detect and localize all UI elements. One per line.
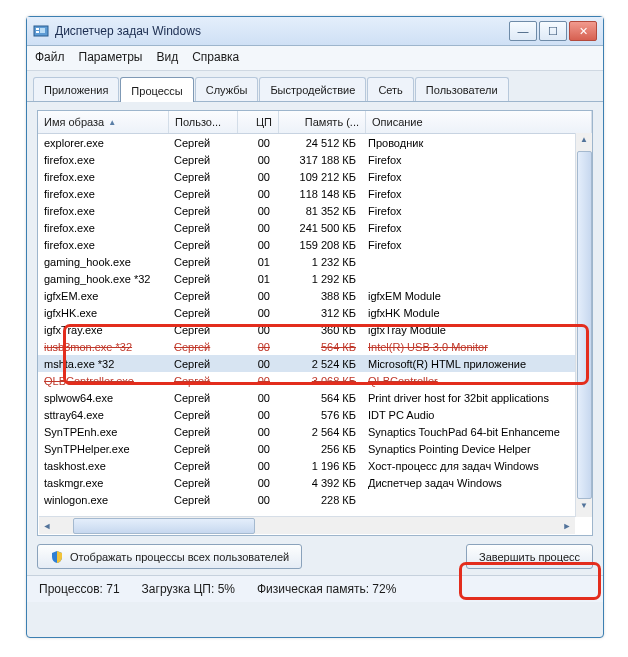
vertical-scrollbar[interactable]: ▲ ▼ <box>575 133 592 517</box>
cell-cpu: 00 <box>236 358 276 370</box>
cell-memory: 576 КБ <box>276 409 362 421</box>
vertical-scroll-thumb[interactable] <box>577 151 592 499</box>
tab-network[interactable]: Сеть <box>367 77 413 101</box>
table-row[interactable]: gaming_hook.exe *32Сергей011 292 КБ <box>38 270 592 287</box>
cell-user: Сергей <box>168 222 236 234</box>
cell-description: Firefox <box>362 171 592 183</box>
table-row[interactable]: firefox.exeСергей00241 500 КБFirefox <box>38 219 592 236</box>
table-row[interactable]: igfxHK.exeСергей00312 КБigfxHK Module <box>38 304 592 321</box>
cell-user: Сергей <box>168 341 236 353</box>
menu-file[interactable]: Файл <box>35 50 65 64</box>
cell-user: Сергей <box>168 307 236 319</box>
table-row[interactable]: mshta.exe *32Сергей002 524 КБMicrosoft(R… <box>38 355 592 372</box>
table-row[interactable]: firefox.exeСергей00109 212 КБFirefox <box>38 168 592 185</box>
cell-description: Firefox <box>362 239 592 251</box>
cell-cpu: 00 <box>236 341 276 353</box>
cell-memory: 109 212 КБ <box>276 171 362 183</box>
show-all-users-button[interactable]: Отображать процессы всех пользователей <box>37 544 302 569</box>
status-processes: Процессов: 71 <box>39 582 120 596</box>
table-row[interactable]: sttray64.exeСергей00576 КБIDT PC Audio <box>38 406 592 423</box>
table-row[interactable]: QLBController.exeСергей003 068 КБQLBCont… <box>38 372 592 389</box>
table-row[interactable]: splwow64.exeСергей00564 КБPrint driver h… <box>38 389 592 406</box>
cell-user: Сергей <box>168 324 236 336</box>
tab-services[interactable]: Службы <box>195 77 259 101</box>
table-row[interactable]: iusb3mon.exe *32Сергей00564 КБIntel(R) U… <box>38 338 592 355</box>
cell-image: iusb3mon.exe *32 <box>38 341 168 353</box>
table-row[interactable]: firefox.exeСергей00159 208 КБFirefox <box>38 236 592 253</box>
cell-image: firefox.exe <box>38 171 168 183</box>
table-row[interactable]: igfxTray.exeСергей00360 КБigfxTray Modul… <box>38 321 592 338</box>
cell-description: QLBController <box>362 375 592 387</box>
cell-cpu: 00 <box>236 222 276 234</box>
table-row[interactable]: taskhost.exeСергей001 196 КБХост-процесс… <box>38 457 592 474</box>
cell-user: Сергей <box>168 494 236 506</box>
cell-cpu: 00 <box>236 290 276 302</box>
scroll-up-icon[interactable]: ▲ <box>577 135 591 149</box>
table-row[interactable]: firefox.exeСергей00118 148 КБFirefox <box>38 185 592 202</box>
cell-cpu: 00 <box>236 494 276 506</box>
menu-view[interactable]: Вид <box>156 50 178 64</box>
cell-memory: 159 208 КБ <box>276 239 362 251</box>
table-row[interactable]: firefox.exeСергей00317 188 КБFirefox <box>38 151 592 168</box>
svg-rect-1 <box>36 28 39 30</box>
titlebar[interactable]: Диспетчер задач Windows — ☐ ✕ <box>27 17 603 46</box>
cell-memory: 241 500 КБ <box>276 222 362 234</box>
table-row[interactable]: explorer.exeСергей0024 512 КБПроводник <box>38 134 592 151</box>
col-image-name[interactable]: Имя образа <box>38 111 169 133</box>
process-table: Имя образа Пользо... ЦП Память (... Опис… <box>37 110 593 536</box>
cell-description: Firefox <box>362 188 592 200</box>
cell-image: splwow64.exe <box>38 392 168 404</box>
table-row[interactable]: SynTPEnh.exeСергей002 564 КБSynaptics To… <box>38 423 592 440</box>
minimize-button[interactable]: — <box>509 21 537 41</box>
cell-description: Intel(R) USB 3.0 Monitor <box>362 341 592 353</box>
tab-users[interactable]: Пользователи <box>415 77 509 101</box>
table-row[interactable]: winlogon.exeСергей00228 КБ <box>38 491 592 508</box>
col-user[interactable]: Пользо... <box>169 111 238 133</box>
col-memory[interactable]: Память (... <box>279 111 366 133</box>
col-description[interactable]: Описание <box>366 111 592 133</box>
table-row[interactable]: taskmgr.exeСергей004 392 КБДиспетчер зад… <box>38 474 592 491</box>
cell-image: firefox.exe <box>38 188 168 200</box>
cell-user: Сергей <box>168 290 236 302</box>
table-row[interactable]: firefox.exeСергей0081 352 КБFirefox <box>38 202 592 219</box>
close-button[interactable]: ✕ <box>569 21 597 41</box>
scroll-right-icon[interactable]: ► <box>559 521 575 531</box>
cell-user: Сергей <box>168 443 236 455</box>
cell-description: igfxEM Module <box>362 290 592 302</box>
tab-applications[interactable]: Приложения <box>33 77 119 101</box>
cell-description: Firefox <box>362 222 592 234</box>
cell-cpu: 01 <box>236 256 276 268</box>
cell-user: Сергей <box>168 426 236 438</box>
cell-image: firefox.exe <box>38 239 168 251</box>
cell-cpu: 00 <box>236 324 276 336</box>
maximize-button[interactable]: ☐ <box>539 21 567 41</box>
cell-cpu: 00 <box>236 443 276 455</box>
table-row[interactable]: igfxEM.exeСергей00388 КБigfxEM Module <box>38 287 592 304</box>
menu-options[interactable]: Параметры <box>79 50 143 64</box>
cell-user: Сергей <box>168 273 236 285</box>
cell-image: explorer.exe <box>38 137 168 149</box>
cell-user: Сергей <box>168 375 236 387</box>
cell-image: igfxEM.exe <box>38 290 168 302</box>
cell-memory: 3 068 КБ <box>276 375 362 387</box>
horizontal-scroll-thumb[interactable] <box>73 518 255 534</box>
col-cpu[interactable]: ЦП <box>238 111 279 133</box>
cell-memory: 81 352 КБ <box>276 205 362 217</box>
scroll-left-icon[interactable]: ◄ <box>39 521 55 531</box>
table-row[interactable]: SynTPHelper.exeСергей00256 КБSynaptics P… <box>38 440 592 457</box>
cell-user: Сергей <box>168 205 236 217</box>
cell-user: Сергей <box>168 137 236 149</box>
tab-processes[interactable]: Процессы <box>120 77 193 102</box>
tab-performance[interactable]: Быстродействие <box>259 77 366 101</box>
cell-image: firefox.exe <box>38 154 168 166</box>
table-row[interactable]: gaming_hook.exeСергей011 232 КБ <box>38 253 592 270</box>
menu-help[interactable]: Справка <box>192 50 239 64</box>
cell-cpu: 00 <box>236 137 276 149</box>
cell-cpu: 00 <box>236 409 276 421</box>
cell-user: Сергей <box>168 392 236 404</box>
horizontal-scrollbar[interactable]: ◄ ► <box>39 516 575 534</box>
window-title: Диспетчер задач Windows <box>55 24 509 38</box>
end-process-button[interactable]: Завершить процесс <box>466 544 593 569</box>
cell-image: taskmgr.exe <box>38 477 168 489</box>
scroll-down-icon[interactable]: ▼ <box>577 501 591 515</box>
